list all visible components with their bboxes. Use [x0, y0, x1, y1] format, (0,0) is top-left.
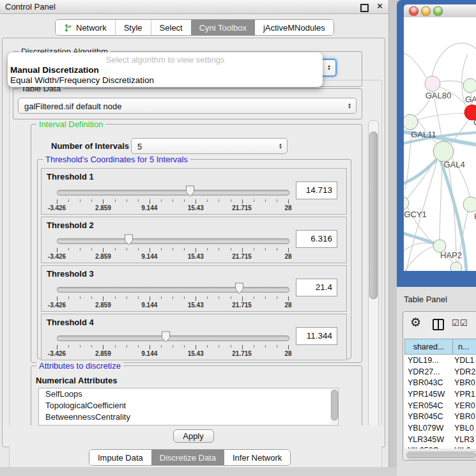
attribute-item-selfloops[interactable]: SelfLoops: [39, 388, 338, 400]
panel-vertical-scrollbar[interactable]: [368, 120, 379, 444]
tab-jactivemnodules[interactable]: jActiveMNodules: [255, 20, 334, 35]
cell-name[interactable]: YBR0: [452, 412, 476, 421]
table-row[interactable]: YBR043CYBR0: [404, 377, 476, 388]
table-row[interactable]: YDL19...YDL1: [404, 355, 476, 366]
table-horizontal-scrollbar[interactable]: [406, 451, 476, 459]
apply-button[interactable]: Apply: [173, 429, 214, 443]
table-row[interactable]: YBR045CYBR0: [404, 411, 476, 422]
gear-icon[interactable]: ⚙: [410, 315, 421, 330]
threshold-slider[interactable]: [57, 282, 288, 295]
table-panel-title: Table Panel: [404, 295, 447, 304]
tab-select[interactable]: Select: [151, 20, 191, 35]
network-node-ga[interactable]: [463, 79, 476, 93]
network-node-h[interactable]: [463, 197, 476, 212]
cell-name[interactable]: YLR3: [452, 435, 476, 444]
slider-track[interactable]: [57, 287, 289, 293]
slider-tick-labels: -3.4262.8599.14415.4321.71528: [57, 350, 288, 358]
close-icon[interactable]: ✕: [376, 1, 383, 11]
cell-shared-name[interactable]: YBR045C: [404, 412, 452, 421]
threshold-value-field[interactable]: 6.316: [296, 230, 337, 248]
table-row[interactable]: YIL052CYIL0: [404, 445, 476, 449]
network-node-label: HAP2: [440, 250, 462, 260]
mac-zoom-button[interactable]: [433, 6, 443, 16]
threshold-value-field[interactable]: 21.4: [296, 279, 337, 296]
network-node[interactable]: [450, 262, 462, 271]
tick-label: 15.43: [188, 350, 204, 357]
table-row[interactable]: YLR345WYLR3: [404, 434, 476, 445]
cell-name[interactable]: YDL1: [452, 356, 476, 365]
scrollbar-thumb[interactable]: [331, 390, 338, 420]
cell-name[interactable]: YDR2: [452, 367, 476, 376]
tab-infer-network[interactable]: Infer Network: [224, 450, 290, 465]
scrollbar-thumb[interactable]: [407, 452, 476, 458]
tab-style[interactable]: Style: [115, 20, 151, 35]
cell-shared-name[interactable]: YLR345W: [404, 435, 452, 444]
column-header-name[interactable]: n...: [453, 339, 476, 355]
network-node-gal80[interactable]: [425, 76, 440, 91]
cell-name[interactable]: YBL0: [452, 424, 476, 433]
column-header-shared[interactable]: shared...: [404, 339, 453, 355]
slider-handle[interactable]: [185, 185, 195, 197]
threshold-slider[interactable]: [57, 234, 288, 247]
network-node-gcy1[interactable]: [404, 197, 409, 210]
tick-label: 28: [284, 350, 291, 357]
combo-spinner-icon: ▲▼: [279, 143, 282, 150]
tab-network[interactable]: Network: [56, 20, 115, 35]
scrollbar-thumb[interactable]: [369, 132, 378, 299]
table-row[interactable]: YBL079WYBL0: [404, 422, 476, 434]
slider-track[interactable]: [57, 335, 289, 341]
cell-shared-name[interactable]: YDR27...: [404, 367, 452, 376]
slider-track[interactable]: [57, 238, 289, 244]
table-row[interactable]: YER054CYER0: [404, 400, 476, 411]
slider-handle[interactable]: [124, 234, 134, 246]
cell-shared-name[interactable]: YDL19...: [404, 356, 452, 365]
mac-close-button[interactable]: [409, 6, 418, 16]
table-data-combobox[interactable]: galFiltered.sif default node ▲▼: [18, 98, 357, 114]
columns-icon[interactable]: [433, 319, 444, 330]
attributes-list-scrollbar[interactable]: [330, 389, 337, 424]
cell-name[interactable]: YPR1: [452, 390, 476, 399]
tick-mark: [127, 296, 127, 299]
slider-tick-labels: -3.4262.8599.14415.4321.71528: [57, 253, 288, 261]
tab-cyni-toolbox[interactable]: Cyni Toolbox: [191, 20, 255, 35]
network-graph[interactable]: GAL80GACGAL11GAL4GCY1HHAP2: [404, 17, 476, 271]
cell-name[interactable]: YIL0: [452, 446, 476, 449]
interval-definition-group-title: Interval Definition: [36, 119, 105, 129]
threshold-slider[interactable]: [57, 185, 288, 198]
slider-handle[interactable]: [161, 331, 171, 343]
threshold-value-field[interactable]: 11.344: [296, 327, 337, 345]
tab-label: Infer Network: [233, 453, 282, 463]
tab-discretize-data[interactable]: Discretize Data: [151, 450, 224, 465]
cell-shared-name[interactable]: YPR145W: [404, 390, 452, 399]
cell-name[interactable]: YER0: [452, 401, 476, 410]
threshold-slider[interactable]: [57, 331, 288, 344]
cell-shared-name[interactable]: YBL079W: [404, 424, 452, 433]
attribute-item-topologicalcoefficient[interactable]: TopologicalCoefficient: [39, 400, 338, 411]
table-row[interactable]: YDR27...YDR2: [404, 366, 476, 378]
algorithm-option-manual[interactable]: Manual Discretization: [10, 65, 99, 75]
cell-name[interactable]: YBR0: [452, 378, 476, 387]
network-view-window: GAL80GACGAL11GAL4GCY1HHAP2: [397, 0, 476, 287]
cell-shared-name[interactable]: YIL052C: [404, 446, 452, 449]
network-canvas[interactable]: GAL80GACGAL11GAL4GCY1HHAP2: [404, 17, 476, 271]
network-node-gal4[interactable]: [433, 141, 454, 162]
tick-mark: [161, 345, 162, 348]
checkboxes-icon[interactable]: ☑☑: [452, 318, 468, 328]
cell-shared-name[interactable]: YBR043C: [404, 378, 452, 387]
tick-mark: [57, 345, 58, 349]
numerical-attributes-list[interactable]: SelfLoopsTopologicalCoefficientBetweenne…: [38, 388, 339, 426]
float-window-icon[interactable]: [360, 4, 369, 12]
screen: Control Panel ✕ NetworkStyleSelectCyni T…: [0, 0, 476, 476]
tab-impute-data[interactable]: Impute Data: [89, 450, 151, 465]
cell-shared-name[interactable]: YER054C: [404, 401, 452, 410]
slider-track[interactable]: [57, 190, 289, 196]
threshold-value-field[interactable]: 14.713: [296, 181, 337, 199]
attribute-item-betweennesscentrality[interactable]: BetweennessCentrality: [39, 411, 338, 423]
tick-mark: [173, 248, 173, 250]
mac-minimize-button[interactable]: [421, 6, 431, 16]
algorithm-option-equal-width[interactable]: Equal Width/Frequency Discretization: [10, 75, 154, 85]
network-node-gal11[interactable]: [404, 114, 418, 130]
number-of-intervals-combobox[interactable]: 5 ▲▼: [131, 138, 288, 154]
table-row[interactable]: YPR145WYPR1: [404, 388, 476, 400]
slider-handle[interactable]: [234, 282, 244, 295]
